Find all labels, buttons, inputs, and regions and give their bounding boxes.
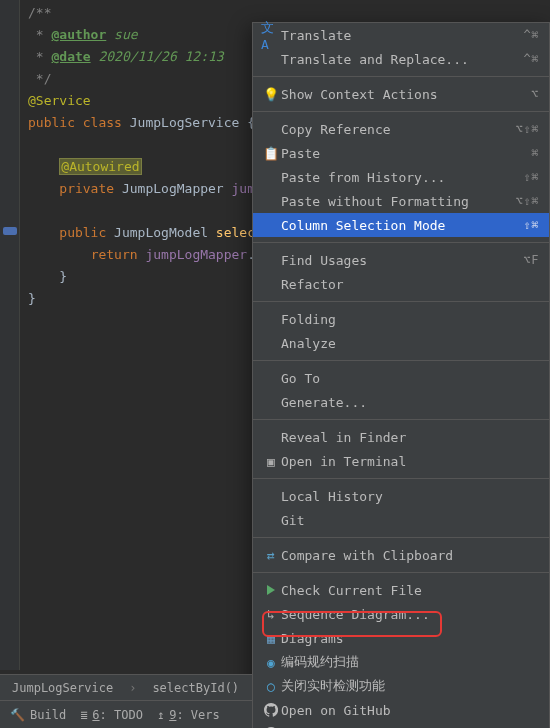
tool-todo[interactable]: ≣ 6: TODO: [80, 708, 143, 722]
breadcrumb-item[interactable]: JumpLogService: [12, 681, 113, 695]
menu-item-create-gist[interactable]: Create Gist...: [253, 722, 549, 728]
menu-item-code-scan[interactable]: ◉ 编码规约扫描: [253, 650, 549, 674]
toggle-icon: ◯: [261, 679, 281, 694]
menu-item-compare-clipboard[interactable]: ⇄ Compare with Clipboard: [253, 543, 549, 567]
menu-item-show-context-actions[interactable]: 💡 Show Context Actions ⌥: [253, 82, 549, 106]
menu-separator: [253, 301, 549, 302]
menu-item-analyze[interactable]: Analyze: [253, 331, 549, 355]
menu-separator: [253, 360, 549, 361]
menu-item-check-file[interactable]: Check Current File: [253, 578, 549, 602]
clipboard-icon: 📋: [261, 146, 281, 161]
menu-item-local-history[interactable]: Local History: [253, 484, 549, 508]
menu-item-find-usages[interactable]: Find Usages ⌥F: [253, 248, 549, 272]
menu-item-sequence-diagram[interactable]: ↳ Sequence Diagram...: [253, 602, 549, 626]
translate-icon: 文A: [261, 19, 281, 52]
scan-icon: ◉: [261, 655, 281, 670]
menu-separator: [253, 537, 549, 538]
breadcrumb-item[interactable]: selectById(): [152, 681, 239, 695]
menu-item-goto[interactable]: Go To: [253, 366, 549, 390]
menu-item-refactor[interactable]: Refactor: [253, 272, 549, 296]
diagram-icon: ▦: [261, 631, 281, 646]
context-menu[interactable]: 文A Translate ^⌘ Translate and Replace...…: [252, 22, 550, 728]
menu-item-translate[interactable]: 文A Translate ^⌘: [253, 23, 549, 47]
bottom-toolbar[interactable]: 🔨 Build ≣ 6: TODO ↥ 9: Vers: [0, 700, 252, 728]
annotation: @Service: [28, 93, 91, 108]
tool-version-control[interactable]: ↥ 9: Vers: [157, 708, 220, 722]
chevron-right-icon: ›: [129, 681, 136, 695]
bulb-icon: 💡: [261, 87, 281, 102]
menu-item-folding[interactable]: Folding: [253, 307, 549, 331]
annotation-autowired: @Autowired: [59, 158, 141, 175]
diff-icon: ⇄: [261, 548, 281, 563]
menu-item-git[interactable]: Git: [253, 508, 549, 532]
gutter-override-marker[interactable]: [3, 227, 17, 235]
comment: /**: [28, 5, 51, 20]
editor-gutter: [0, 0, 20, 670]
branch-icon: ↥: [157, 708, 164, 722]
menu-item-copy-reference[interactable]: Copy Reference ⌥⇧⌘: [253, 117, 549, 141]
menu-item-generate[interactable]: Generate...: [253, 390, 549, 414]
menu-item-translate-replace[interactable]: Translate and Replace... ^⌘: [253, 47, 549, 71]
menu-item-column-selection[interactable]: Column Selection Mode ⇧⌘: [253, 213, 549, 237]
terminal-icon: ▣: [261, 454, 281, 469]
menu-item-open-github[interactable]: Open on GitHub: [253, 698, 549, 722]
menu-item-realtime-off[interactable]: ◯ 关闭实时检测功能: [253, 674, 549, 698]
list-icon: ≣: [80, 708, 87, 722]
menu-separator: [253, 76, 549, 77]
sequence-icon: ↳: [261, 607, 281, 622]
tool-build[interactable]: 🔨 Build: [10, 708, 66, 722]
menu-separator: [253, 478, 549, 479]
menu-item-reveal-finder[interactable]: Reveal in Finder: [253, 425, 549, 449]
menu-separator: [253, 242, 549, 243]
menu-separator: [253, 419, 549, 420]
breadcrumb-bar[interactable]: JumpLogService › selectById(): [0, 674, 252, 700]
github-icon: [261, 703, 281, 717]
javadoc-tag: @date: [51, 49, 90, 64]
menu-item-diagrams[interactable]: ▦ Diagrams: [253, 626, 549, 650]
menu-item-paste-no-format[interactable]: Paste without Formatting ⌥⇧⌘: [253, 189, 549, 213]
menu-item-paste-history[interactable]: Paste from History... ⇧⌘: [253, 165, 549, 189]
javadoc-tag: @author: [51, 27, 106, 42]
play-icon: [261, 585, 281, 595]
menu-item-open-terminal[interactable]: ▣ Open in Terminal: [253, 449, 549, 473]
menu-separator: [253, 111, 549, 112]
menu-separator: [253, 572, 549, 573]
hammer-icon: 🔨: [10, 708, 25, 722]
menu-item-paste[interactable]: 📋 Paste ⌘: [253, 141, 549, 165]
